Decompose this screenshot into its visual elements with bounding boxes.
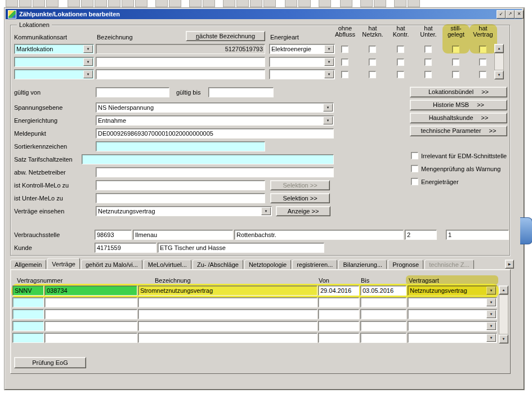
image-icon[interactable]: [340, 0, 352, 7]
summary-icon[interactable]: [374, 0, 386, 7]
contract-nummer-cell[interactable]: 038734: [44, 285, 137, 296]
contract-bis-cell[interactable]: 03.05.2016: [360, 285, 406, 296]
kunde-name-field[interactable]: ETG Tischer und Hasse: [158, 243, 324, 253]
tab-gehoert-zu-malo[interactable]: gehört zu Malo/vi...: [81, 260, 142, 269]
lokationsbuendel-button[interactable]: Lokationsbündel>>: [410, 87, 507, 97]
first-record-icon[interactable]: [189, 0, 202, 7]
bezeichnung-field-row1[interactable]: 51270519793: [96, 44, 265, 54]
contract-bis-cell[interactable]: [360, 321, 406, 331]
users-icon[interactable]: [408, 0, 420, 7]
dropdown-arrow-icon[interactable]: ▼: [324, 45, 334, 53]
nav-down-icon[interactable]: [285, 0, 297, 7]
contract-typ-cell[interactable]: [12, 309, 44, 319]
table-scroll-up-icon[interactable]: ▲: [499, 285, 508, 295]
mengenpruefung-checkbox[interactable]: [411, 165, 418, 172]
contract-nummer-cell[interactable]: [44, 309, 137, 319]
contract-von-cell[interactable]: [318, 297, 359, 307]
flag-checkbox-r3-hat-kontr[interactable]: [397, 71, 404, 78]
contract-vertragsart-select[interactable]: Netznutzungsvertrag ▼: [408, 285, 497, 296]
refresh-icon[interactable]: [319, 0, 331, 7]
flag-checkbox-r2-stillgelegt[interactable]: [452, 59, 459, 66]
bezeichnung-field-row3[interactable]: [96, 69, 265, 79]
tab-netztopologie[interactable]: Netztopologie: [244, 260, 291, 269]
gueltig-bis-field[interactable]: [208, 87, 274, 97]
kommunikationsart-select-row1[interactable]: Marktlokation ▼: [14, 44, 94, 54]
tab-bilanzierung[interactable]: Bilanzierung...: [338, 260, 387, 269]
print-icon[interactable]: [33, 0, 45, 7]
kommunikationsart-select-row2[interactable]: ▼: [14, 57, 94, 67]
contract-nummer-cell[interactable]: [44, 297, 137, 307]
technische-parameter-button[interactable]: technische Parameter>>: [410, 126, 507, 136]
dropdown-arrow-icon[interactable]: ▼: [486, 322, 496, 330]
haushaltskunde-button[interactable]: Haushaltskunde>>: [410, 113, 507, 123]
contract-typ-cell[interactable]: [12, 321, 44, 331]
flag-checkbox-r3-hat-vertrag[interactable]: [479, 71, 486, 78]
tab-allgemein[interactable]: Allgemein: [10, 260, 46, 269]
contract-bezeichnung-cell[interactable]: [138, 297, 318, 307]
abw-netzbetreiber-field[interactable]: [96, 167, 334, 177]
paste-icon[interactable]: [108, 0, 120, 7]
ist-kontroll-melo-field[interactable]: [96, 180, 265, 190]
copy-icon[interactable]: [95, 0, 107, 7]
previous-record-icon[interactable]: [203, 0, 215, 7]
flag-checkbox-r2-ohne-abfluss[interactable]: [341, 59, 348, 66]
contract-bis-cell[interactable]: [360, 309, 406, 319]
contract-bezeichnung-cell[interactable]: [138, 333, 318, 343]
flag-checkbox-r1-stillgelegt[interactable]: [452, 46, 459, 53]
flag-checkbox-r3-stillgelegt[interactable]: [452, 71, 459, 78]
contract-von-cell[interactable]: [318, 309, 359, 319]
rows-scroll-down-icon[interactable]: ▼: [494, 70, 504, 79]
flag-checkbox-r2-hat-kontr[interactable]: [397, 59, 404, 66]
kunde-nummer-field[interactable]: 4171559: [95, 243, 157, 253]
energierichtung-select[interactable]: Entnahme ▼: [96, 115, 334, 126]
dropdown-arrow-icon[interactable]: ▼: [324, 58, 334, 66]
nav-right-icon[interactable]: [298, 0, 311, 7]
flag-checkbox-r1-hat-vertrag[interactable]: [479, 46, 486, 53]
verbrauchsstelle-hausnummer-field[interactable]: 2: [405, 230, 437, 240]
tab-vertraege[interactable]: Verträge: [47, 258, 80, 269]
flag-checkbox-r2-hat-vertrag[interactable]: [479, 59, 486, 66]
contract-von-cell[interactable]: [318, 321, 359, 331]
naechste-bezeichnung-button[interactable]: nächste Bezeichnung: [186, 31, 265, 41]
flag-checkbox-r3-ohne-abfluss[interactable]: [341, 71, 348, 78]
flag-checkbox-r1-hat-unter[interactable]: [424, 46, 432, 53]
tab-registrieren[interactable]: registrieren...: [292, 260, 337, 269]
tab-scroll-right-icon[interactable]: ▶: [505, 260, 514, 269]
contract-typ-cell[interactable]: [12, 333, 44, 343]
contract-bezeichnung-cell[interactable]: Stromnetznutzungsvertrag: [138, 285, 318, 296]
dropdown-arrow-icon[interactable]: ▼: [323, 104, 333, 111]
dropdown-arrow-icon[interactable]: ▼: [486, 287, 496, 295]
restore-button[interactable]: ↗: [506, 10, 515, 19]
contract-von-cell[interactable]: 29.04.2016: [318, 285, 359, 296]
verbrauchsstelle-nummer-field[interactable]: 98693: [95, 230, 132, 240]
anzeige-button[interactable]: Anzeige >>: [276, 206, 330, 216]
vertraege-einsehen-select[interactable]: Netznutzungsvertrag ▼: [96, 206, 272, 216]
tab-melo-virtuell[interactable]: MeLo/virtuel...: [144, 260, 191, 269]
verbrauchsstelle-zusatz-field[interactable]: 1: [446, 230, 509, 240]
contract-vertragsart-select[interactable]: ▼: [408, 297, 497, 307]
meldepunkt-field[interactable]: DE0009269869307000010020000000005: [96, 128, 334, 139]
dropdown-arrow-icon[interactable]: ▼: [261, 207, 271, 215]
pruefung-eog-button[interactable]: Prüfung EoG: [14, 357, 86, 368]
contract-nummer-cell[interactable]: [44, 333, 137, 343]
contract-bis-cell[interactable]: [360, 333, 406, 343]
form-icon[interactable]: [6, 0, 18, 7]
cut-icon[interactable]: [81, 0, 93, 7]
minimize-button[interactable]: ↙: [497, 10, 506, 19]
zoom-out-icon[interactable]: [169, 0, 181, 7]
dropdown-arrow-icon[interactable]: ▼: [323, 117, 333, 124]
flag-checkbox-r1-ohne-abfluss[interactable]: [341, 46, 348, 53]
table-scrollbar-track[interactable]: [499, 295, 508, 334]
flag-checkbox-r2-hat-unter[interactable]: [424, 59, 432, 66]
energieart-select-row1[interactable]: Elektroenergie ▼: [269, 44, 335, 54]
zoom-in-icon[interactable]: [155, 0, 168, 7]
energieart-select-row3[interactable]: ▼: [269, 69, 335, 79]
search-icon[interactable]: [68, 0, 80, 7]
rows-scroll-up-icon[interactable]: ▲: [494, 44, 504, 53]
undo-icon[interactable]: [122, 0, 134, 7]
irrelevant-edm-checkbox[interactable]: [411, 152, 418, 159]
contract-bezeichnung-cell[interactable]: [138, 309, 318, 319]
rows-scrollbar-track[interactable]: [494, 53, 504, 70]
flag-checkbox-r1-hat-kontr[interactable]: [397, 46, 404, 53]
flag-checkbox-r2-hat-netzkn[interactable]: [369, 59, 376, 66]
